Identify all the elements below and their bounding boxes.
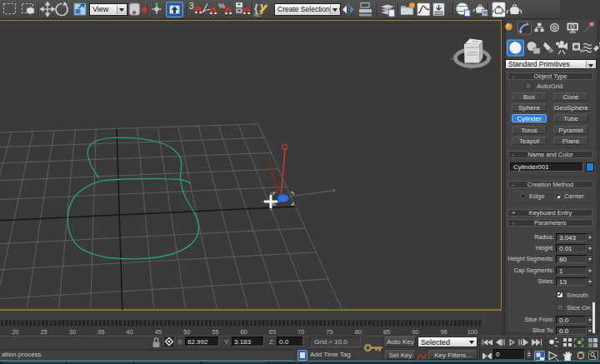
svg-text:45: 45: [155, 328, 162, 336]
svg-text:95: 95: [440, 328, 447, 336]
svg-text:35: 35: [98, 328, 104, 336]
svg-text:20: 20: [12, 328, 18, 336]
svg-text:25: 25: [40, 328, 47, 336]
svg-text:%: %: [218, 2, 225, 10]
svg-text:50: 50: [183, 328, 190, 336]
svg-text:75: 75: [326, 328, 332, 336]
svg-text:e: e: [490, 55, 492, 60]
svg-text:65: 65: [269, 328, 276, 336]
svg-text:80: 80: [355, 328, 362, 336]
svg-text:ABC: ABC: [253, 13, 262, 17]
svg-text:30: 30: [69, 328, 76, 336]
svg-text:w: w: [451, 56, 454, 61]
svg-text:85: 85: [383, 328, 390, 336]
svg-text:40: 40: [126, 328, 132, 336]
svg-text:100: 100: [468, 328, 478, 336]
svg-text:60: 60: [240, 328, 247, 336]
svg-text:x: x: [332, 187, 335, 192]
svg-text:90: 90: [412, 328, 418, 336]
svg-text:3: 3: [189, 2, 194, 11]
svg-text:70: 70: [298, 328, 304, 336]
svg-text:55: 55: [212, 328, 218, 336]
svg-text:{: {: [254, 2, 258, 14]
